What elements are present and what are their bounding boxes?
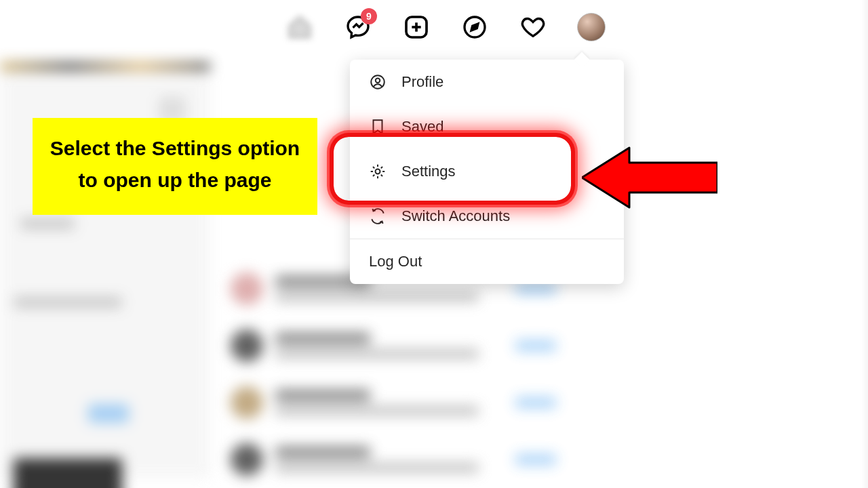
messenger-icon[interactable]: 9 <box>343 12 373 42</box>
menu-item-label: Log Out <box>369 253 422 270</box>
menu-item-logout[interactable]: Log Out <box>350 239 624 284</box>
menu-item-switch-accounts[interactable]: Switch Accounts <box>350 194 624 239</box>
switch-icon <box>369 207 387 225</box>
menu-item-label: Saved <box>401 118 443 136</box>
menu-item-settings[interactable]: Settings <box>350 149 624 194</box>
menu-item-label: Settings <box>401 163 456 180</box>
menu-item-saved[interactable]: Saved <box>350 104 624 149</box>
messenger-badge: 9 <box>361 8 377 24</box>
bookmark-icon <box>369 118 387 136</box>
menu-item-label: Switch Accounts <box>401 207 510 225</box>
top-nav: 9 <box>285 12 606 42</box>
gear-icon <box>369 163 387 180</box>
explore-icon[interactable] <box>460 12 490 42</box>
svg-point-7 <box>376 169 380 174</box>
profile-dropdown: Profile Saved Settings Switch Accounts <box>350 60 624 284</box>
new-post-icon[interactable] <box>401 12 431 42</box>
home-icon[interactable] <box>285 12 315 42</box>
avatar <box>577 13 606 41</box>
callout-text: Select the Settings option to open up th… <box>50 137 300 191</box>
activity-heart-icon[interactable] <box>518 12 548 42</box>
profile-icon <box>369 73 387 91</box>
svg-point-6 <box>376 79 380 83</box>
annotation-callout: Select the Settings option to open up th… <box>33 118 317 215</box>
menu-item-label: Profile <box>401 73 443 91</box>
profile-avatar-nav[interactable] <box>576 12 606 42</box>
svg-marker-4 <box>471 24 478 30</box>
